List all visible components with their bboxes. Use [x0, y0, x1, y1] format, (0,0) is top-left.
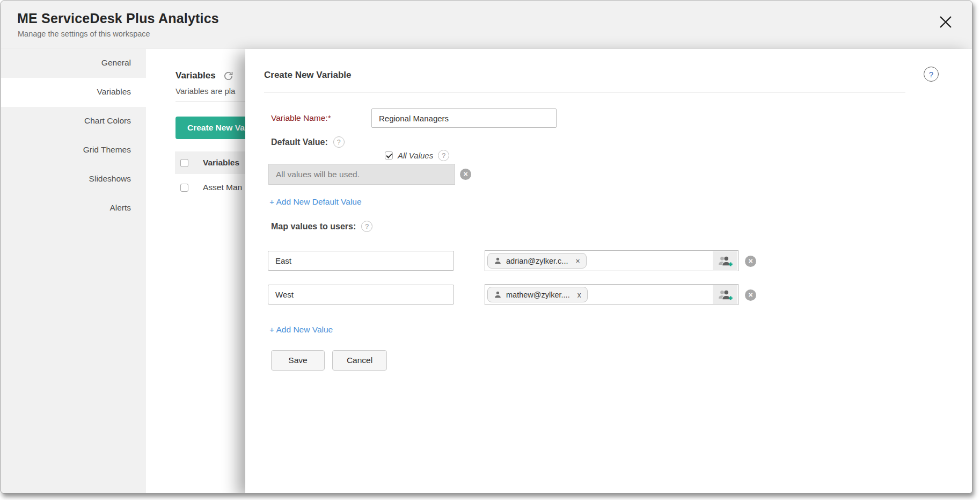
sidebar-item-alerts[interactable]: Alerts — [1, 194, 146, 223]
row-checkbox[interactable] — [180, 184, 188, 192]
default-value-label: Default Value: — [271, 137, 328, 147]
user-chip-name: adrian@zylker.c... — [506, 257, 568, 265]
default-value-field — [268, 164, 455, 185]
sidebar-item-slideshows[interactable]: Slideshows — [1, 165, 146, 194]
user-picker-east[interactable]: adrian@zylker.c... × — [485, 250, 738, 271]
cancel-button[interactable]: Cancel — [332, 350, 387, 371]
create-variable-panel: Create New Variable ? Variable Name:* De… — [245, 49, 972, 493]
add-users-icon[interactable] — [713, 251, 737, 270]
all-values-checkbox[interactable] — [385, 151, 393, 160]
person-icon — [494, 257, 502, 265]
settings-sidebar: General Variables Chart Colors Grid Them… — [1, 49, 146, 493]
chip-remove-icon[interactable]: × — [575, 257, 580, 265]
sidebar-item-general[interactable]: General — [1, 49, 146, 78]
dialog-header: ME ServiceDesk Plus Analytics Manage the… — [1, 1, 972, 48]
page-title: Variables — [175, 70, 216, 81]
divider — [264, 92, 905, 93]
value-input-west[interactable] — [268, 285, 454, 305]
remove-row-icon[interactable]: × — [745, 256, 756, 267]
variable-name-label: Variable Name:* — [271, 113, 331, 123]
remove-default-value-icon[interactable]: × — [460, 169, 471, 180]
sidebar-item-grid-themes[interactable]: Grid Themes — [1, 136, 146, 165]
add-new-value-link[interactable]: + Add New Value — [269, 325, 333, 335]
sidebar-item-variables[interactable]: Variables — [1, 78, 146, 107]
table-header-label: Variables — [203, 158, 239, 168]
add-new-default-value-link[interactable]: + Add New Default Value — [269, 197, 362, 207]
map-values-label: Map values to users: — [271, 222, 356, 231]
select-all-checkbox[interactable] — [180, 159, 188, 167]
user-chip: adrian@zylker.c... × — [487, 253, 587, 269]
chip-remove-icon[interactable]: x — [577, 291, 581, 299]
sidebar-item-chart-colors[interactable]: Chart Colors — [1, 107, 146, 136]
create-new-variable-button[interactable]: Create New Va — [175, 117, 257, 139]
remove-row-icon[interactable]: × — [745, 289, 756, 301]
page-description: Variables are pla — [175, 86, 235, 96]
variable-name-input[interactable] — [371, 108, 557, 128]
value-input-east[interactable] — [268, 251, 454, 271]
settings-dialog: ME ServiceDesk Plus Analytics Manage the… — [1, 1, 972, 494]
person-icon — [494, 291, 502, 299]
map-values-help-icon[interactable]: ? — [361, 221, 372, 232]
user-chip-name: mathew@zylker.... — [506, 291, 570, 299]
dialog-title: ME ServiceDesk Plus Analytics — [17, 11, 219, 26]
user-chip: mathew@zylker.... x — [487, 287, 588, 302]
default-value-help-icon[interactable]: ? — [333, 136, 345, 148]
help-icon[interactable]: ? — [924, 67, 939, 82]
panel-title: Create New Variable — [264, 70, 352, 81]
dialog-subtitle: Manage the settings of this workspace — [18, 30, 150, 38]
table-row-label: Asset Man — [203, 183, 242, 192]
refresh-icon[interactable] — [223, 71, 233, 81]
add-users-icon[interactable] — [713, 285, 737, 304]
all-values-label: All Values — [398, 151, 433, 160]
user-picker-west[interactable]: mathew@zylker.... x — [485, 284, 738, 305]
all-values-help-icon[interactable]: ? — [438, 150, 449, 161]
save-button[interactable]: Save — [271, 350, 325, 371]
close-icon[interactable] — [938, 14, 954, 30]
